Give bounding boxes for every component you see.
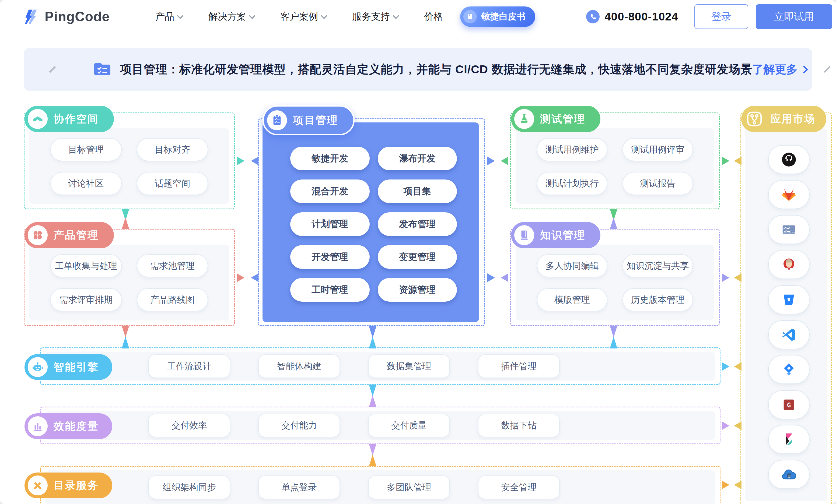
flow-arrow	[122, 337, 129, 348]
announcement-banner: 项目管理：标准化研发管理模型，搭配灵活自定义能力，并能与 CI/CD 数据进行无…	[24, 48, 812, 91]
chevron-down-icon	[177, 13, 184, 19]
book-icon	[514, 225, 534, 245]
app-item-cloud[interactable]	[768, 460, 810, 489]
flow-arrow	[610, 326, 618, 337]
app-item-gitlab[interactable]	[768, 180, 810, 209]
feature-chip[interactable]: 组织架构同步	[148, 476, 230, 499]
app-item-bitbucket[interactable]	[768, 285, 810, 314]
pingcode-homepage: PingCode 产品 解决方案 客户案例 服务支持 价格 敏捷白皮书 400-…	[0, 0, 836, 504]
knowledge-features: 多人协同编辑知识沉淀与共享模版管理历史版本管理	[537, 254, 693, 311]
flask-icon	[514, 109, 534, 129]
project-zone: 项目管理 敏捷开发瀑布开发混合开发项目集计划管理发布管理开发管理变更管理工时管理…	[258, 118, 485, 326]
feature-chip[interactable]: 工时管理	[290, 278, 370, 302]
feature-chip[interactable]: 数据集管理	[368, 354, 450, 378]
try-now-button[interactable]: 立即试用	[756, 4, 832, 29]
metrics-zone: 效能度量 交付效率交付能力交付质量数据下钻	[40, 407, 721, 444]
nav-item-solutions[interactable]: 解决方案	[208, 10, 254, 23]
app-item-vscode[interactable]	[768, 320, 810, 349]
feature-chip[interactable]: 插件管理	[478, 354, 560, 378]
flow-arrow	[122, 326, 129, 337]
feature-chip[interactable]: 交付效率	[148, 413, 230, 437]
ai-engine-zone: 智能引擎 工作流设计智能体构建数据集管理插件管理	[40, 347, 721, 385]
app-item-gitee[interactable]: G	[768, 390, 810, 419]
flow-arrow	[122, 217, 129, 229]
whitepaper-button[interactable]: 敏捷白皮书	[460, 6, 535, 27]
tools-icon	[28, 476, 48, 496]
feature-chip[interactable]: 数据下钻	[478, 413, 560, 437]
collab-zone: 协作空间 目标管理目标对齐讨论社区话题空间	[24, 113, 235, 209]
pingcode-logo[interactable]: PingCode	[24, 8, 110, 25]
app-item-jenkins[interactable]	[768, 250, 810, 279]
feature-chip[interactable]: 项目集	[378, 179, 457, 203]
project-folder-icon	[94, 61, 111, 78]
feature-chip[interactable]: 安全管理	[478, 476, 560, 499]
gitee-icon: G	[781, 397, 797, 412]
flow-arrow	[237, 157, 245, 165]
feature-chip[interactable]: 产品路线图	[137, 288, 208, 311]
banner-prev-arrow[interactable]	[49, 66, 56, 73]
learn-more-link[interactable]: 了解更多	[752, 62, 807, 77]
feature-chip[interactable]: 单点登录	[258, 476, 340, 499]
feature-chip[interactable]: 资源管理	[378, 278, 457, 302]
flow-arrow	[487, 157, 495, 165]
app-item-kibana[interactable]	[768, 425, 810, 454]
feature-chip[interactable]: 交付能力	[258, 413, 340, 437]
collab-header: 协作空间	[24, 106, 114, 132]
feature-chip[interactable]: 话题空间	[137, 172, 208, 195]
feature-chip[interactable]: 混合开发	[290, 179, 370, 203]
gitlab-icon	[781, 187, 797, 202]
flow-arrow	[369, 385, 376, 396]
feature-chip[interactable]: 计划管理	[290, 212, 370, 236]
test-zone: 测试管理 测试用例维护测试用例评审测试计划执行测试报告	[510, 113, 720, 209]
feature-chip[interactable]: 敏捷开发	[290, 147, 370, 170]
feature-chip[interactable]: 目标对齐	[137, 138, 208, 161]
test-features: 测试用例维护测试用例评审测试计划执行测试报告	[537, 138, 693, 195]
pingcode-logo-icon	[24, 8, 40, 25]
feature-chip[interactable]: 工作流设计	[148, 354, 230, 378]
app-item-github[interactable]	[768, 145, 810, 174]
metrics-features: 交付效率交付能力交付质量数据下钻	[148, 413, 560, 437]
feature-chip[interactable]: 测试报告	[623, 172, 693, 195]
app-item-jira[interactable]	[768, 355, 810, 384]
flow-arrow	[722, 362, 729, 371]
nav-menu: 产品 解决方案 客户案例 服务支持 价格	[155, 10, 443, 23]
feature-chip[interactable]: 发布管理	[378, 212, 457, 236]
nav-item-pricing[interactable]: 价格	[424, 10, 443, 23]
feature-chip[interactable]: 瀑布开发	[378, 147, 457, 170]
feature-chip[interactable]: 测试用例评审	[623, 138, 693, 161]
feature-chip[interactable]: 多人协同编辑	[537, 254, 607, 277]
feature-chip[interactable]: 需求池管理	[137, 254, 208, 277]
phone-contact[interactable]: 400-800-1024	[586, 10, 678, 23]
feature-chip[interactable]: 交付质量	[368, 413, 450, 437]
feature-chip[interactable]: 开发管理	[290, 245, 370, 269]
feature-chip[interactable]: 知识沉淀与共享	[623, 254, 693, 277]
feature-chip[interactable]: 历史版本管理	[623, 288, 693, 311]
nav-item-cases[interactable]: 客户案例	[280, 10, 326, 23]
knowledge-zone: 知识管理 多人协同编辑知识沉淀与共享模版管理历史版本管理	[510, 229, 720, 326]
jira-icon	[781, 362, 797, 377]
feature-chip[interactable]: 模版管理	[537, 288, 607, 311]
feature-chip[interactable]: 目标管理	[50, 138, 122, 161]
feature-chip[interactable]: 测试用例维护	[537, 138, 607, 161]
nav-item-products[interactable]: 产品	[155, 10, 183, 23]
clipboard-check-icon	[267, 110, 287, 130]
directory-header: 目录服务	[24, 472, 112, 498]
feature-chip[interactable]: 变更管理	[378, 245, 457, 269]
app-item-subversion[interactable]: SUBVERSION	[768, 215, 810, 244]
feature-chip[interactable]: 多团队管理	[368, 476, 450, 499]
nav-item-support[interactable]: 服务支持	[352, 10, 398, 23]
bar-chart-icon	[28, 416, 48, 436]
feature-chip[interactable]: 测试计划执行	[537, 172, 607, 195]
flow-arrow	[237, 273, 245, 282]
banner-text: 项目管理：标准化研发管理模型，搭配灵活自定义能力，并能与 CI/CD 数据进行无…	[120, 62, 752, 77]
feature-chip[interactable]: 智能体构建	[258, 354, 340, 378]
chevron-down-icon	[249, 13, 255, 19]
feature-chip[interactable]: 工单收集与处理	[50, 254, 122, 277]
feature-chip[interactable]: 需求评审排期	[50, 288, 122, 311]
ai-features: 工作流设计智能体构建数据集管理插件管理	[148, 354, 560, 378]
login-button[interactable]: 登录	[695, 4, 748, 29]
clover-icon	[28, 225, 48, 245]
banner-next-arrow[interactable]	[823, 66, 830, 73]
feature-chip[interactable]: 讨论社区	[50, 172, 122, 195]
git-branch-icon	[744, 109, 764, 129]
